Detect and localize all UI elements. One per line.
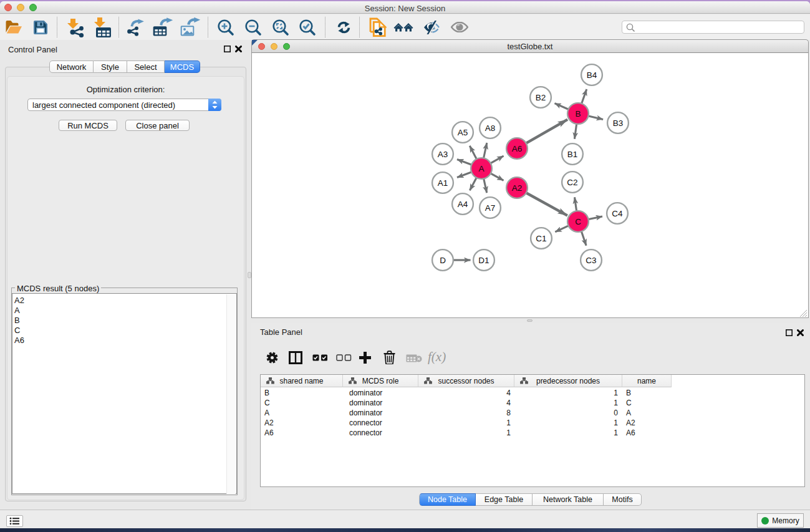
svg-text:A2: A2 <box>512 183 523 193</box>
svg-text:C4: C4 <box>612 209 623 218</box>
svg-text:A1: A1 <box>438 178 448 188</box>
svg-text:A4: A4 <box>458 200 468 209</box>
svg-text:D1: D1 <box>478 256 489 265</box>
svg-text:D: D <box>440 256 446 265</box>
svg-text:B: B <box>575 109 581 118</box>
svg-text:A3: A3 <box>438 150 448 159</box>
svg-text:A7: A7 <box>485 203 496 213</box>
svg-text:A6: A6 <box>512 144 523 153</box>
svg-text:B2: B2 <box>536 93 546 102</box>
svg-text:B3: B3 <box>613 118 624 128</box>
svg-text:C1: C1 <box>536 234 546 243</box>
svg-text:C: C <box>575 217 581 226</box>
svg-text:A8: A8 <box>485 123 496 133</box>
svg-text:C2: C2 <box>567 178 577 187</box>
svg-text:A: A <box>478 164 484 173</box>
svg-text:C3: C3 <box>586 256 596 265</box>
svg-text:A5: A5 <box>458 128 468 137</box>
svg-text:B1: B1 <box>567 150 578 159</box>
svg-text:B4: B4 <box>587 70 597 80</box>
